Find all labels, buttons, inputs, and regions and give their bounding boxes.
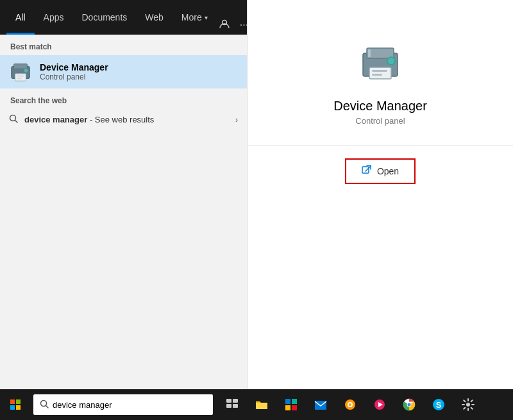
result-subtitle: Control panel — [40, 72, 108, 81]
detail-icon — [355, 38, 406, 90]
detail-app-title: Device Manager — [333, 99, 427, 113]
svg-rect-5 — [17, 76, 24, 77]
left-panel: All Apps Documents Web More ▾ — [0, 0, 247, 389]
svg-point-40 — [408, 403, 411, 407]
nav-tabs: All Apps Documents Web More ▾ — [0, 0, 247, 35]
account-icon[interactable] — [217, 17, 232, 35]
left-content: Best match Device Manager Control — [0, 35, 247, 389]
tab-more[interactable]: More ▾ — [172, 0, 217, 35]
svg-rect-25 — [233, 399, 238, 403]
web-search-label: Search the web — [0, 88, 247, 109]
web-result-text: device manager - See web results — [24, 115, 229, 124]
svg-rect-3 — [15, 74, 26, 81]
svg-rect-11 — [369, 67, 391, 79]
open-icon — [362, 165, 372, 178]
skype-button[interactable]: S — [425, 389, 453, 420]
chrome-button[interactable] — [395, 389, 423, 420]
svg-rect-29 — [292, 399, 297, 404]
task-view-button[interactable] — [218, 389, 246, 420]
taskbar-app-icons: S — [218, 389, 482, 420]
svg-rect-31 — [292, 405, 297, 410]
svg-rect-2 — [14, 64, 28, 69]
svg-rect-26 — [226, 404, 231, 408]
svg-line-23 — [46, 405, 49, 408]
svg-rect-6 — [17, 78, 22, 79]
svg-rect-21 — [16, 405, 21, 410]
more-chevron-icon: ▾ — [205, 14, 208, 21]
svg-rect-15 — [368, 49, 371, 57]
paint-button[interactable] — [336, 389, 364, 420]
open-label: Open — [377, 166, 399, 176]
mail-button[interactable] — [307, 389, 335, 420]
svg-rect-18 — [10, 399, 15, 404]
svg-rect-20 — [10, 405, 15, 410]
result-text: Device Manager Control panel — [40, 62, 108, 81]
settings-button[interactable] — [454, 389, 482, 420]
result-title: Device Manager — [40, 62, 108, 72]
web-query-suffix: - See web results — [90, 115, 154, 124]
tab-documents[interactable]: Documents — [72, 0, 136, 35]
start-button[interactable] — [0, 389, 31, 420]
svg-rect-19 — [16, 399, 21, 404]
svg-point-4 — [24, 69, 28, 72]
web-query-bold: device manager — [24, 115, 87, 124]
nav-icons: ··· — [217, 17, 251, 35]
svg-rect-27 — [233, 404, 238, 408]
web-chevron-icon: › — [235, 115, 238, 124]
detail-app-subtitle: Control panel — [355, 116, 405, 126]
svg-rect-30 — [285, 405, 290, 410]
taskbar: S — [0, 389, 513, 420]
svg-point-43 — [466, 403, 470, 407]
detail-divider — [248, 145, 513, 146]
media-button[interactable] — [366, 389, 394, 420]
store-button[interactable] — [277, 389, 305, 420]
svg-rect-24 — [226, 399, 231, 403]
search-panel: All Apps Documents Web More ▾ — [0, 0, 513, 389]
svg-point-35 — [349, 403, 351, 406]
taskbar-search-box[interactable] — [33, 394, 213, 415]
device-manager-result[interactable]: Device Manager Control panel — [0, 55, 247, 88]
svg-rect-10 — [367, 48, 394, 58]
svg-rect-32 — [315, 401, 326, 410]
device-manager-icon — [9, 60, 32, 83]
tab-all[interactable]: All — [6, 0, 35, 35]
web-search-result[interactable]: device manager - See web results › — [0, 109, 247, 130]
svg-rect-16 — [362, 167, 369, 173]
file-explorer-button[interactable] — [248, 389, 276, 420]
svg-line-8 — [15, 121, 18, 123]
tab-web[interactable]: Web — [136, 0, 172, 35]
taskbar-search-input[interactable] — [53, 400, 206, 410]
svg-point-12 — [387, 57, 395, 65]
taskbar-search-icon — [40, 399, 49, 410]
svg-rect-28 — [285, 399, 290, 404]
tab-apps[interactable]: Apps — [35, 0, 73, 35]
right-panel: Device Manager Control panel Open — [247, 0, 513, 389]
best-match-label: Best match — [0, 35, 247, 55]
svg-rect-14 — [372, 74, 382, 76]
svg-text:S: S — [436, 400, 442, 410]
web-search-icon — [9, 114, 18, 125]
svg-rect-13 — [372, 70, 387, 72]
open-button[interactable]: Open — [345, 158, 416, 184]
